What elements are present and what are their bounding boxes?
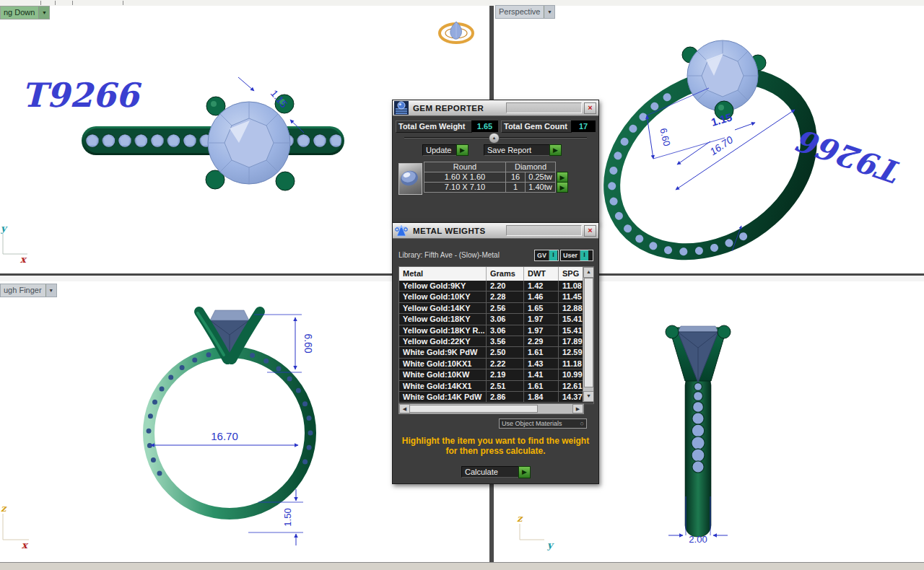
metal-cell-dwt: 1.65 bbox=[524, 303, 559, 313]
metal-weights-panel: METAL WEIGHTS × Library: Fifth Ave - (Sl… bbox=[392, 222, 599, 484]
horizontal-scrollbar[interactable]: ◀ ▶ bbox=[398, 403, 584, 414]
metal-table-row[interactable]: Yellow Gold:10KY2.281.4611.45 bbox=[399, 291, 593, 302]
metal-cell-metal: Yellow Gold:22KY bbox=[399, 336, 487, 346]
gv-toggle[interactable]: I bbox=[549, 250, 557, 260]
gem-table-row[interactable]: 7.10 X 7.1011.40tw▶ bbox=[424, 183, 568, 193]
gem-table-row[interactable]: 1.60 X 1.60160.25tw▶ bbox=[424, 172, 568, 183]
gem-table-rows: 1.60 X 1.60160.25tw▶7.10 X 7.1011.40tw▶ bbox=[424, 172, 568, 193]
user-toggle[interactable]: I bbox=[580, 250, 588, 260]
metal-cell-grams: 2.86 bbox=[487, 392, 524, 402]
metal-cell-metal: Yellow Gold:14KY bbox=[399, 303, 487, 313]
column-header-grams: Grams bbox=[487, 267, 524, 281]
metal-cell-metal: White Gold:14KX1 bbox=[399, 381, 487, 391]
scroll-right-icon[interactable]: ▶ bbox=[572, 404, 583, 413]
gem-reporter-icon bbox=[394, 101, 409, 115]
calculate-run-icon[interactable]: ▶ bbox=[518, 466, 531, 478]
svg-text:2.00: 2.00 bbox=[689, 534, 707, 545]
total-gem-count-value: 17 bbox=[571, 120, 596, 132]
save-report-button[interactable]: Save Report bbox=[484, 144, 550, 156]
scrollbar-thumb[interactable] bbox=[584, 278, 593, 387]
column-header-diamond: Diamond bbox=[505, 162, 556, 172]
gem-cell-count: 16 bbox=[505, 172, 526, 183]
metal-cell-dwt: 2.29 bbox=[524, 336, 559, 346]
pave-stones bbox=[692, 383, 705, 473]
chevron-down-icon[interactable]: ▼ bbox=[45, 284, 56, 297]
metal-table-row[interactable]: Yellow Gold:22KY3.562.2917.89 bbox=[399, 336, 593, 347]
metal-cell-metal: Yellow Gold:18KY bbox=[399, 314, 487, 324]
metal-cell-dwt: 1.46 bbox=[524, 291, 559, 302]
svg-text:y: y bbox=[0, 223, 8, 234]
metal-cell-dwt: 1.61 bbox=[524, 381, 559, 391]
gem-image bbox=[399, 164, 420, 193]
gem-reporter-titlebar[interactable]: GEM REPORTER × bbox=[393, 100, 598, 116]
metal-cell-grams: 3.06 bbox=[487, 314, 524, 324]
close-icon[interactable]: × bbox=[584, 225, 596, 237]
close-icon[interactable]: × bbox=[584, 102, 596, 114]
app-window: 1.15 T9266 y x bbox=[0, 0, 924, 570]
metal-table-row[interactable]: Yellow Gold:14KY2.561.6512.88 bbox=[399, 303, 593, 314]
metal-cell-dwt: 1.41 bbox=[524, 369, 559, 380]
metal-table-row[interactable]: White Gold:10KX12.221.4311.18 bbox=[399, 359, 593, 369]
metal-table-row[interactable]: Yellow Gold:9KY2.201.4211.08 bbox=[399, 281, 593, 291]
gem-row-run-button[interactable]: ▶ bbox=[557, 182, 568, 193]
metal-cell-grams: 2.56 bbox=[487, 303, 524, 313]
radio-icon: ○ bbox=[580, 419, 584, 428]
metal-weights-titlebar[interactable]: METAL WEIGHTS × bbox=[393, 223, 598, 239]
update-run-icon[interactable]: ▶ bbox=[456, 144, 468, 156]
column-header-round: Round bbox=[424, 162, 506, 172]
scroll-left-icon[interactable]: ◀ bbox=[399, 404, 410, 413]
update-button[interactable]: Update bbox=[422, 144, 457, 156]
scrollbar-thumb[interactable] bbox=[409, 405, 538, 413]
metal-cell-metal: White Gold:14K PdW bbox=[399, 392, 487, 402]
user-button[interactable]: User I bbox=[560, 250, 593, 261]
metal-cell-grams: 2.28 bbox=[487, 291, 524, 302]
svg-text:16.70: 16.70 bbox=[707, 133, 735, 157]
svg-text:x: x bbox=[20, 254, 27, 265]
viewport-label-bottom-left[interactable]: ugh Finger ▼ bbox=[0, 284, 57, 297]
vertical-scrollbar[interactable]: ▲ ▼ bbox=[583, 267, 593, 402]
scroll-down-icon[interactable]: ▼ bbox=[583, 391, 594, 402]
chevron-down-icon[interactable]: ▼ bbox=[544, 6, 554, 18]
ring-model-front-view[interactable] bbox=[149, 310, 310, 514]
metal-cell-dwt: 1.97 bbox=[524, 325, 559, 336]
calculate-button[interactable]: Calculate bbox=[461, 466, 520, 478]
metal-table-row[interactable]: Yellow Gold:18KY3.061.9715.41 bbox=[399, 314, 593, 325]
viewport-label-top-left[interactable]: ng Down ▼ bbox=[0, 6, 50, 19]
ring-model-side-view[interactable] bbox=[666, 325, 731, 537]
use-object-materials-button[interactable]: Use Object Materials ○ bbox=[499, 418, 587, 429]
metal-cell-metal: Yellow Gold:10KY bbox=[399, 291, 487, 302]
viewport-label-text: Perspective bbox=[496, 6, 544, 18]
gem-thumbnail[interactable] bbox=[398, 163, 422, 195]
metal-table-row[interactable]: White Gold:10KW2.191.4110.99 bbox=[399, 369, 593, 380]
hint-text: Highlight the item you want to find the … bbox=[397, 436, 594, 456]
scroll-up-icon[interactable]: ▲ bbox=[583, 267, 594, 278]
metal-cell-grams: 2.19 bbox=[487, 369, 524, 380]
chevron-down-icon[interactable]: ▼ bbox=[38, 6, 49, 19]
viewport-label-text: ugh Finger bbox=[1, 284, 45, 297]
save-report-run-icon[interactable]: ▶ bbox=[549, 144, 562, 156]
viewport-label-top-right[interactable]: Perspective ▼ bbox=[495, 5, 555, 19]
metal-cell-dwt: 1.61 bbox=[524, 347, 559, 357]
metal-cell-metal: Yellow Gold:9KY bbox=[399, 281, 487, 291]
gv-button[interactable]: GV I bbox=[534, 250, 559, 261]
metal-weights-icon bbox=[394, 224, 409, 237]
metal-cell-grams: 2.50 bbox=[487, 347, 524, 357]
titlebar-inset bbox=[506, 225, 582, 236]
metal-cell-metal: White Gold:9K PdW bbox=[399, 347, 487, 357]
metal-table-row[interactable]: White Gold:14KX12.511.6112.61 bbox=[399, 381, 593, 392]
metal-table-header: Metal Grams DWT SPG bbox=[399, 267, 593, 281]
metal-cell-grams: 2.51 bbox=[487, 381, 524, 391]
metal-table-row[interactable]: Yellow Gold:18KY R...3.061.9715.41 bbox=[399, 325, 593, 336]
column-header-dwt: DWT bbox=[524, 267, 559, 281]
svg-text:x: x bbox=[22, 540, 29, 551]
collapse-toggle-icon[interactable]: ▲ bbox=[489, 133, 500, 144]
total-gem-weight-value: 1.65 bbox=[471, 120, 498, 132]
svg-text:6.60: 6.60 bbox=[302, 333, 314, 353]
gem-cell-size: 7.10 X 7.10 bbox=[424, 182, 506, 193]
metal-table-row[interactable]: White Gold:9K PdW2.501.6112.59 bbox=[399, 347, 593, 358]
status-bar-edge bbox=[0, 562, 924, 570]
gem-row-run-button[interactable]: ▶ bbox=[557, 172, 568, 183]
metal-table-row[interactable]: White Gold:14K PdW2.861.8414.37 bbox=[399, 392, 593, 403]
library-label: Library: Fifth Ave - (Slow)-Metal bbox=[398, 251, 500, 259]
metal-table: Metal Grams DWT SPG Yellow Gold:9KY2.201… bbox=[398, 266, 594, 404]
